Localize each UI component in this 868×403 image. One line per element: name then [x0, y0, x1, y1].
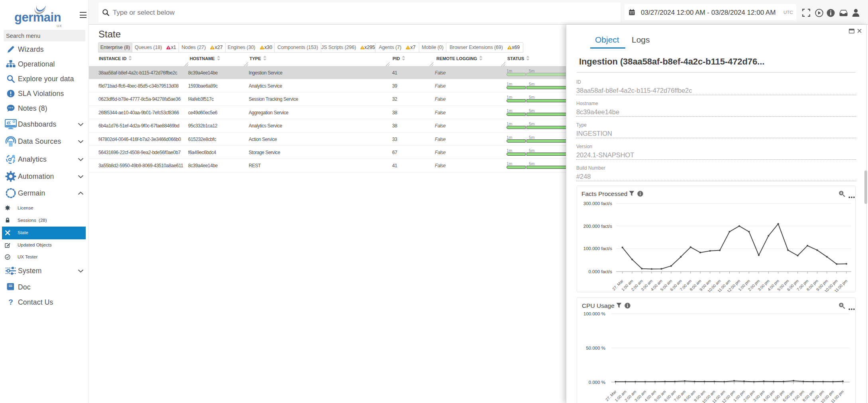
svg-text:300.000 fact/s: 300.000 fact/s	[583, 201, 612, 206]
svg-text:0.000 %: 0.000 %	[589, 380, 605, 385]
svg-text:0.000 fact/s: 0.000 fact/s	[589, 269, 613, 274]
svg-text:100.000 fact/s: 100.000 fact/s	[583, 246, 612, 251]
svg-text:100.000 %: 100.000 %	[583, 311, 605, 316]
svg-text:200.000 fact/s: 200.000 fact/s	[583, 224, 612, 229]
svg-text:50.000 %: 50.000 %	[586, 346, 605, 350]
